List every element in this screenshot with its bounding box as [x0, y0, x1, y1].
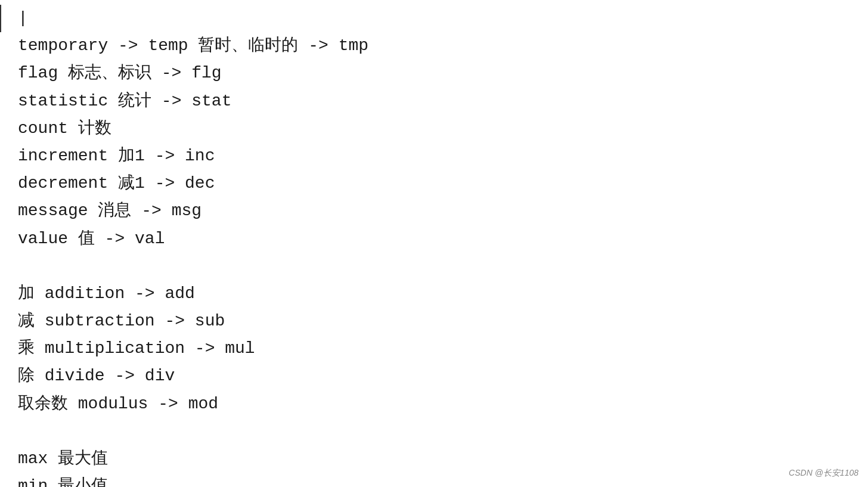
line-2: flag 标志、标识 -> flg — [18, 60, 868, 87]
watermark: CSDN @长安1108 — [789, 466, 858, 480]
main-content: |temporary -> temp 暂时、临时的 -> tmpflag 标志、… — [18, 5, 868, 487]
line-3: statistic 统计 -> stat — [18, 88, 868, 115]
line-9: 加 addition -> add — [18, 280, 868, 308]
line-8: value 值 -> val — [18, 225, 868, 253]
line-12: 除 divide -> div — [18, 362, 868, 390]
line-cursor: | — [0, 5, 868, 32]
line-11: 乘 multiplication -> mul — [18, 335, 868, 362]
line-10: 减 subtraction -> sub — [18, 308, 868, 335]
line-6: decrement 减1 -> dec — [18, 170, 868, 197]
line-13: 取余数 modulus -> mod — [18, 390, 868, 418]
line-14: max 最大值 — [18, 445, 868, 473]
line-5: increment 加1 -> inc — [18, 142, 868, 170]
line-1: temporary -> temp 暂时、临时的 -> tmp — [18, 32, 868, 60]
empty-2 — [18, 418, 868, 445]
line-15: min 最小值 — [18, 473, 868, 487]
line-7: message 消息 -> msg — [18, 197, 868, 225]
line-4: count 计数 — [18, 115, 868, 142]
empty-1 — [18, 253, 868, 280]
